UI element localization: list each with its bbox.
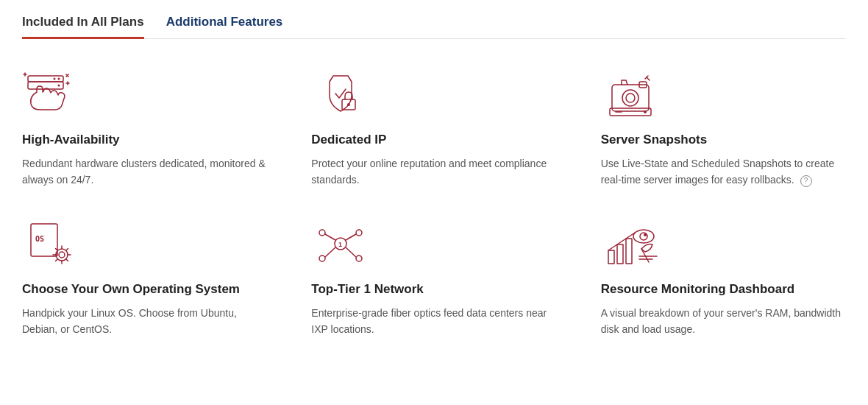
high-availability-desc: Redundant hardware clusters dedicated, m… bbox=[22, 155, 267, 189]
feature-top-tier-network: 1 Top-Tier 1 Network Enterprise-grade fi… bbox=[311, 218, 556, 338]
svg-point-14 bbox=[622, 90, 638, 106]
high-availability-title: High-Availability bbox=[22, 132, 267, 148]
operating-system-title: Choose Your Own Operating System bbox=[22, 281, 267, 297]
top-tier-network-title: Top-Tier 1 Network bbox=[311, 281, 556, 297]
resource-monitoring-title: Resource Monitoring Dashboard bbox=[601, 281, 846, 297]
svg-point-3 bbox=[54, 78, 56, 80]
feature-dedicated-ip: Dedicated IP Protect your online reputat… bbox=[311, 68, 556, 189]
svg-line-43 bbox=[346, 247, 356, 257]
svg-line-31 bbox=[66, 259, 68, 261]
svg-point-12 bbox=[347, 103, 350, 106]
server-snapshots-icon bbox=[601, 68, 660, 120]
operating-system-icon: OS bbox=[22, 218, 81, 270]
tabs-nav: Included In All Plans Additional Feature… bbox=[22, 15, 846, 39]
resource-monitoring-icon bbox=[601, 218, 660, 270]
svg-line-41 bbox=[346, 234, 356, 240]
feature-resource-monitoring: Resource Monitoring Dashboard A visual b… bbox=[601, 218, 846, 338]
svg-point-49 bbox=[644, 233, 647, 236]
svg-line-18 bbox=[647, 77, 650, 80]
svg-rect-45 bbox=[617, 244, 623, 264]
top-tier-network-desc: Enterprise-grade fiber optics feed data … bbox=[311, 305, 556, 338]
svg-rect-13 bbox=[612, 85, 649, 111]
dedicated-ip-icon bbox=[311, 68, 370, 120]
tab-additional[interactable]: Additional Features bbox=[166, 15, 283, 39]
svg-point-15 bbox=[626, 94, 635, 102]
svg-point-21 bbox=[644, 110, 647, 113]
feature-server-snapshots: Server Snapshots Use Live-State and Sche… bbox=[601, 68, 846, 189]
snapshots-info-icon[interactable]: ? bbox=[800, 175, 812, 187]
resource-monitoring-desc: A visual breakdown of your server's RAM,… bbox=[601, 305, 846, 338]
svg-point-48 bbox=[640, 233, 647, 240]
svg-point-47 bbox=[633, 230, 654, 243]
features-grid: High-Availability Redundant hardware clu… bbox=[22, 68, 846, 338]
tab-included[interactable]: Included In All Plans bbox=[22, 15, 144, 39]
operating-system-desc: Handpick your Linux OS. Choose from Ubun… bbox=[22, 305, 267, 338]
dedicated-ip-desc: Protect your online reputation and meet … bbox=[311, 155, 556, 189]
svg-point-2 bbox=[58, 78, 60, 80]
high-availability-icon bbox=[22, 68, 81, 120]
svg-point-36 bbox=[319, 230, 325, 236]
svg-line-32 bbox=[66, 248, 68, 250]
top-tier-network-icon: 1 bbox=[311, 218, 370, 270]
svg-point-4 bbox=[58, 85, 60, 87]
svg-line-42 bbox=[325, 247, 335, 257]
feature-high-availability: High-Availability Redundant hardware clu… bbox=[22, 68, 267, 189]
svg-point-37 bbox=[356, 230, 362, 236]
svg-point-39 bbox=[356, 256, 362, 261]
svg-line-40 bbox=[325, 234, 335, 240]
svg-point-38 bbox=[319, 256, 325, 261]
server-snapshots-desc: Use Live-State and Scheduled Snapshots t… bbox=[601, 155, 846, 189]
dedicated-ip-title: Dedicated IP bbox=[311, 132, 556, 148]
feature-operating-system: OS Choose Your Own Operating System Hand… bbox=[22, 218, 267, 338]
svg-line-33 bbox=[56, 259, 58, 261]
svg-rect-46 bbox=[626, 239, 632, 264]
server-snapshots-title: Server Snapshots bbox=[601, 132, 846, 148]
svg-point-25 bbox=[59, 252, 65, 258]
svg-text:1: 1 bbox=[338, 241, 342, 248]
svg-rect-44 bbox=[608, 250, 614, 264]
svg-text:OS: OS bbox=[35, 235, 44, 243]
